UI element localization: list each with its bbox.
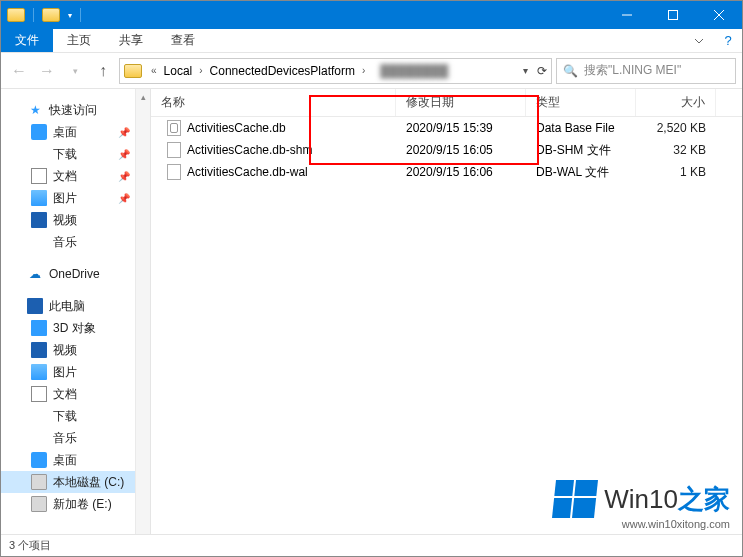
sidebar-item-vid[interactable]: 视频: [1, 339, 150, 361]
history-dropdown-icon[interactable]: ▾: [63, 59, 87, 83]
folder-icon: [7, 8, 25, 22]
table-row[interactable]: ActivitiesCache.db2020/9/15 15:39Data Ba…: [151, 117, 742, 139]
table-row[interactable]: ActivitiesCache.db-shm2020/9/15 16:05DB-…: [151, 139, 742, 161]
file-icon: [167, 142, 181, 158]
file-date: 2020/9/15 16:06: [396, 165, 526, 179]
sidebar-item-desktop[interactable]: 桌面📌: [1, 121, 150, 143]
chevron-down-icon[interactable]: ▾: [520, 65, 531, 76]
table-row[interactable]: ActivitiesCache.db-wal2020/9/15 16:06DB-…: [151, 161, 742, 183]
file-date: 2020/9/15 16:05: [396, 143, 526, 157]
folder-icon: [124, 64, 142, 78]
scroll-up-icon[interactable]: ▴: [136, 89, 150, 105]
column-type[interactable]: 类型: [526, 89, 636, 116]
file-name: ActivitiesCache.db: [187, 121, 286, 135]
separator: [33, 8, 34, 22]
sidebar-item-music[interactable]: 音乐: [1, 427, 150, 449]
forward-button[interactable]: →: [35, 59, 59, 83]
address-bar[interactable]: « Local › ConnectedDevicesPlatform › ███…: [119, 58, 552, 84]
title-bar: ▾: [1, 1, 742, 29]
sidebar-item-vid[interactable]: 视频: [1, 209, 150, 231]
qat-dropdown-icon[interactable]: ▾: [68, 11, 72, 20]
separator: [80, 8, 81, 22]
folder-icon: [42, 8, 60, 22]
sidebar-item-down[interactable]: 下载📌: [1, 143, 150, 165]
window-controls: [604, 1, 742, 29]
pin-icon: 📌: [118, 171, 130, 182]
breadcrumb-hidden[interactable]: ████████: [370, 64, 458, 78]
minimize-button[interactable]: [604, 1, 650, 29]
up-button[interactable]: ↑: [91, 59, 115, 83]
column-headers: 名称 修改日期 类型 大小: [151, 89, 742, 117]
sidebar-item-pic[interactable]: 图片: [1, 361, 150, 383]
refresh-icon[interactable]: ⟳: [537, 64, 547, 78]
ribbon-tabs: 文件 主页 共享 查看 ?: [1, 29, 742, 53]
sidebar-this-pc[interactable]: 此电脑: [1, 295, 150, 317]
sidebar-scrollbar[interactable]: ▴: [135, 89, 150, 534]
file-size: 32 KB: [636, 143, 716, 157]
pin-icon: 📌: [118, 193, 130, 204]
file-list: 名称 修改日期 类型 大小 ActivitiesCache.db2020/9/1…: [151, 89, 742, 534]
file-name: ActivitiesCache.db-shm: [187, 143, 312, 157]
chevron-right-icon[interactable]: ›: [196, 65, 205, 76]
sidebar-item-desktop[interactable]: 桌面: [1, 449, 150, 471]
search-input[interactable]: 🔍 搜索"L.NING MEI": [556, 58, 736, 84]
file-icon: [167, 120, 181, 136]
column-name[interactable]: 名称: [151, 89, 396, 116]
maximize-button[interactable]: [650, 1, 696, 29]
search-icon: 🔍: [563, 64, 578, 78]
item-count: 3 个项目: [9, 538, 51, 553]
navigation-pane: ★快速访问桌面📌下载📌文档📌图片📌视频音乐☁OneDrive此电脑3D 对象视频…: [1, 89, 151, 534]
navigation-bar: ← → ▾ ↑ « Local › ConnectedDevicesPlatfo…: [1, 53, 742, 89]
back-button[interactable]: ←: [7, 59, 31, 83]
quick-access-toolbar: ▾: [1, 8, 81, 22]
chevron-right-icon[interactable]: ›: [359, 65, 368, 76]
tab-view[interactable]: 查看: [157, 29, 209, 52]
sidebar-quick-access[interactable]: ★快速访问: [1, 99, 150, 121]
pin-icon: 📌: [118, 149, 130, 160]
file-date: 2020/9/15 15:39: [396, 121, 526, 135]
tab-home[interactable]: 主页: [53, 29, 105, 52]
file-tab[interactable]: 文件: [1, 29, 53, 52]
search-placeholder: 搜索"L.NING MEI": [584, 62, 681, 79]
sidebar-item-drive[interactable]: 本地磁盘 (C:): [1, 471, 150, 493]
sidebar-item-down[interactable]: 下载: [1, 405, 150, 427]
sidebar-onedrive[interactable]: ☁OneDrive: [1, 263, 150, 285]
sidebar-item-drive[interactable]: 新加卷 (E:): [1, 493, 150, 515]
status-bar: 3 个项目: [1, 534, 742, 556]
main-area: ★快速访问桌面📌下载📌文档📌图片📌视频音乐☁OneDrive此电脑3D 对象视频…: [1, 89, 742, 534]
sidebar-item-music[interactable]: 音乐: [1, 231, 150, 253]
file-type: Data Base File: [526, 121, 636, 135]
column-size[interactable]: 大小: [636, 89, 716, 116]
breadcrumb[interactable]: ConnectedDevicesPlatform: [208, 64, 357, 78]
file-type: DB-WAL 文件: [526, 164, 636, 181]
sidebar-item-pic[interactable]: 图片📌: [1, 187, 150, 209]
svg-rect-1: [669, 11, 678, 20]
ribbon-expand-icon[interactable]: [684, 29, 714, 52]
file-type: DB-SHM 文件: [526, 142, 636, 159]
close-button[interactable]: [696, 1, 742, 29]
sidebar-item-doc[interactable]: 文档: [1, 383, 150, 405]
tab-share[interactable]: 共享: [105, 29, 157, 52]
chevron-left-icon[interactable]: «: [148, 65, 160, 76]
file-size: 1 KB: [636, 165, 716, 179]
breadcrumb[interactable]: Local: [162, 64, 195, 78]
column-date[interactable]: 修改日期: [396, 89, 526, 116]
sidebar-item-doc[interactable]: 文档📌: [1, 165, 150, 187]
pin-icon: 📌: [118, 127, 130, 138]
file-size: 2,520 KB: [636, 121, 716, 135]
file-icon: [167, 164, 181, 180]
sidebar-item-obj3d[interactable]: 3D 对象: [1, 317, 150, 339]
file-name: ActivitiesCache.db-wal: [187, 165, 308, 179]
help-icon[interactable]: ?: [714, 29, 742, 52]
